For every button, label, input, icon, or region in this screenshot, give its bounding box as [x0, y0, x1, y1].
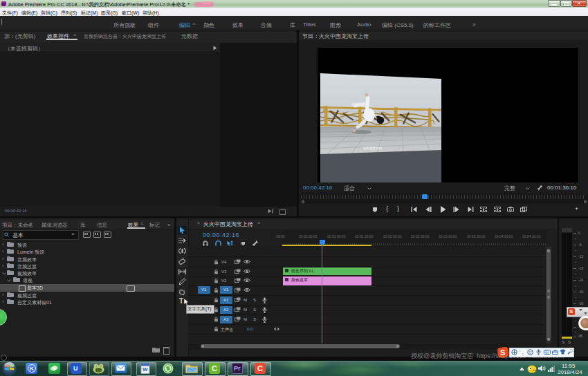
svg-text:S: S	[500, 348, 505, 357]
svg-text:W: W	[143, 366, 148, 373]
svg-text:在风雨里自由: 在风雨里自由	[363, 147, 382, 150]
